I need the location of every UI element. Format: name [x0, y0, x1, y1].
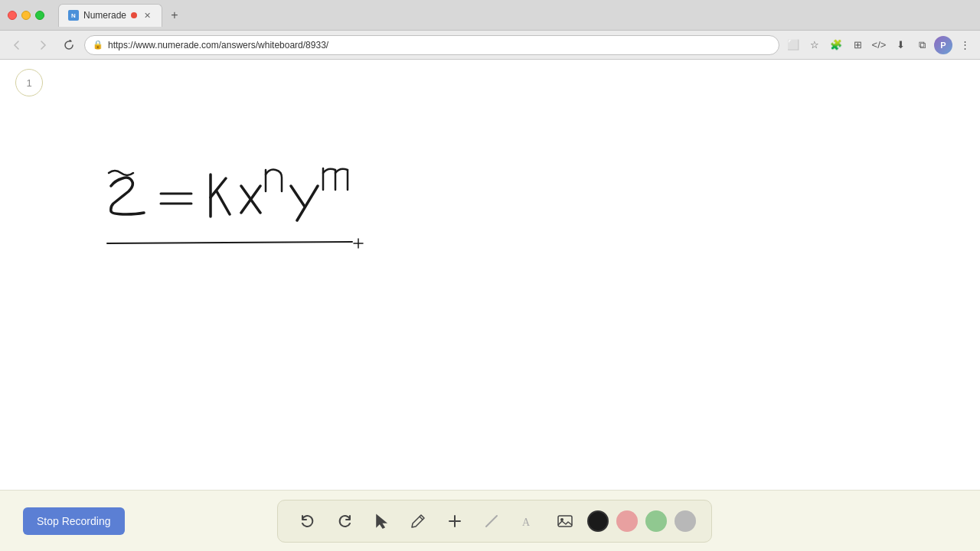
- code-icon[interactable]: </>: [870, 36, 888, 54]
- select-tool-button[interactable]: [367, 507, 396, 536]
- whiteboard[interactable]: 1: [0, 60, 980, 490]
- new-tab-button[interactable]: +: [165, 6, 184, 24]
- active-tab[interactable]: N Numerade ✕: [58, 4, 162, 27]
- stop-recording-button[interactable]: Stop Recording: [23, 507, 125, 535]
- tab-label: Numerade: [83, 10, 126, 21]
- add-button[interactable]: [440, 507, 469, 536]
- download-icon[interactable]: ⬇: [891, 36, 910, 54]
- url-text: https://www.numerade.com/answers/whitebo…: [108, 40, 328, 51]
- tab-close-button[interactable]: ✕: [142, 10, 152, 21]
- maximize-button[interactable]: [35, 11, 44, 20]
- nav-toolbar: 🔒 https://www.numerade.com/answers/white…: [0, 31, 980, 60]
- profile-avatar[interactable]: P: [934, 36, 952, 54]
- recording-dot: [131, 12, 137, 18]
- pen-tool-button[interactable]: [403, 507, 433, 536]
- undo-button[interactable]: [293, 507, 322, 536]
- bottom-toolbar: Stop Recording: [0, 490, 980, 551]
- color-green[interactable]: [645, 510, 667, 532]
- color-black[interactable]: [587, 510, 609, 532]
- back-button[interactable]: [6, 34, 28, 56]
- redo-button[interactable]: [330, 507, 359, 536]
- title-bar: N Numerade ✕ +: [0, 0, 980, 31]
- equation-svg: [100, 159, 375, 274]
- minimize-button[interactable]: [21, 11, 31, 20]
- bookmark-icon[interactable]: ☆: [805, 36, 824, 54]
- image-tool-button[interactable]: [550, 507, 580, 536]
- extensions-icon[interactable]: 🧩: [827, 36, 845, 54]
- address-bar[interactable]: 🔒 https://www.numerade.com/answers/white…: [84, 35, 779, 55]
- eraser-button[interactable]: [477, 507, 506, 536]
- cast-icon[interactable]: ⬜: [784, 36, 802, 54]
- traffic-lights: [8, 11, 44, 20]
- menu-icon[interactable]: ⋮: [956, 36, 974, 54]
- svg-text:A: A: [522, 517, 531, 528]
- close-button[interactable]: [8, 11, 17, 20]
- toolbar-icons: ⬜ ☆ 🧩 ⊞ </> ⬇ ⧉ P ⋮: [784, 36, 974, 54]
- text-tool-button[interactable]: A: [514, 507, 543, 536]
- browser-window: N Numerade ✕ + 🔒 https://www.numerade.co…: [0, 0, 980, 551]
- svg-rect-1: [558, 516, 572, 527]
- refresh-button[interactable]: [58, 34, 80, 56]
- tab-favicon: N: [68, 10, 79, 21]
- content-area: 1: [0, 60, 980, 551]
- page-number: 1: [15, 69, 43, 96]
- color-gray[interactable]: [675, 510, 696, 532]
- grid-icon[interactable]: ⊞: [848, 36, 867, 54]
- lock-icon: 🔒: [93, 40, 103, 50]
- drawing-tools: A: [277, 500, 712, 543]
- color-pink[interactable]: [616, 510, 638, 532]
- window-icon[interactable]: ⧉: [913, 36, 931, 54]
- equation-area: [100, 159, 375, 274]
- tab-bar: N Numerade ✕ +: [58, 4, 972, 27]
- forward-button[interactable]: [32, 34, 54, 56]
